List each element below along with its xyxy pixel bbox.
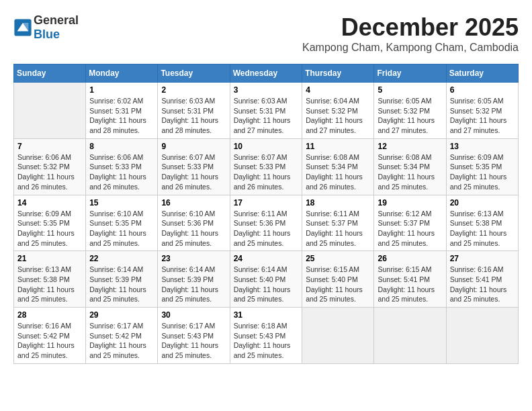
day-info: Sunrise: 6:03 AMSunset: 5:31 PMDaylight:…: [234, 96, 299, 136]
day-info: Sunrise: 6:14 AMSunset: 5:39 PMDaylight:…: [89, 265, 154, 304]
day-number: 17: [234, 198, 299, 208]
day-number: 15: [89, 198, 154, 208]
day-number: 13: [450, 142, 515, 151]
day-info: Sunrise: 6:08 AMSunset: 5:34 PMDaylight:…: [306, 152, 370, 192]
calendar-cell: 15Sunrise: 6:10 AMSunset: 5:35 PMDayligh…: [86, 195, 158, 251]
calendar-cell: 24Sunrise: 6:14 AMSunset: 5:40 PMDayligh…: [230, 251, 302, 308]
day-info: Sunrise: 6:09 AMSunset: 5:35 PMDaylight:…: [450, 152, 515, 192]
calendar-cell: [14, 83, 86, 139]
calendar-cell: 19Sunrise: 6:12 AMSunset: 5:37 PMDayligh…: [374, 195, 446, 251]
day-number: 25: [306, 254, 370, 263]
day-info: Sunrise: 6:08 AMSunset: 5:34 PMDaylight:…: [378, 152, 442, 192]
day-info: Sunrise: 6:14 AMSunset: 5:40 PMDaylight:…: [234, 265, 299, 304]
day-info: Sunrise: 6:17 AMSunset: 5:43 PMDaylight:…: [161, 321, 226, 361]
calendar-header-thursday: Thursday: [302, 64, 374, 83]
day-number: 7: [17, 142, 82, 151]
day-info: Sunrise: 6:15 AMSunset: 5:40 PMDaylight:…: [306, 265, 370, 304]
day-info: Sunrise: 6:07 AMSunset: 5:33 PMDaylight:…: [234, 152, 299, 192]
calendar-cell: 2Sunrise: 6:03 AMSunset: 5:31 PMDaylight…: [158, 83, 230, 139]
calendar-header-row: SundayMondayTuesdayWednesdayThursdayFrid…: [14, 64, 519, 83]
logo-general: General: [34, 13, 79, 27]
calendar-cell: [446, 308, 518, 364]
calendar-cell: 6Sunrise: 6:05 AMSunset: 5:32 PMDaylight…: [446, 83, 518, 139]
day-number: 16: [161, 198, 226, 208]
calendar-cell: 3Sunrise: 6:03 AMSunset: 5:31 PMDaylight…: [230, 83, 302, 139]
calendar-week-row: 14Sunrise: 6:09 AMSunset: 5:35 PMDayligh…: [14, 195, 519, 251]
calendar-cell: 11Sunrise: 6:08 AMSunset: 5:34 PMDayligh…: [302, 138, 374, 195]
calendar-header-monday: Monday: [86, 64, 158, 83]
calendar-cell: 20Sunrise: 6:13 AMSunset: 5:38 PMDayligh…: [446, 195, 518, 251]
calendar-cell: 7Sunrise: 6:06 AMSunset: 5:32 PMDaylight…: [14, 138, 86, 195]
calendar-cell: 8Sunrise: 6:06 AMSunset: 5:33 PMDaylight…: [86, 138, 158, 195]
day-info: Sunrise: 6:16 AMSunset: 5:41 PMDaylight:…: [450, 265, 515, 304]
day-number: 20: [450, 198, 515, 208]
day-number: 5: [378, 85, 442, 95]
day-info: Sunrise: 6:18 AMSunset: 5:43 PMDaylight:…: [234, 321, 299, 361]
calendar-cell: 22Sunrise: 6:14 AMSunset: 5:39 PMDayligh…: [86, 251, 158, 308]
calendar-cell: 18Sunrise: 6:11 AMSunset: 5:37 PMDayligh…: [302, 195, 374, 251]
day-info: Sunrise: 6:02 AMSunset: 5:31 PMDaylight:…: [89, 96, 154, 136]
day-number: 28: [17, 310, 82, 320]
logo-icon: [13, 18, 32, 37]
calendar-week-row: 28Sunrise: 6:16 AMSunset: 5:42 PMDayligh…: [14, 308, 519, 364]
day-info: Sunrise: 6:06 AMSunset: 5:32 PMDaylight:…: [17, 152, 82, 192]
day-info: Sunrise: 6:13 AMSunset: 5:38 PMDaylight:…: [17, 265, 82, 304]
calendar-cell: 23Sunrise: 6:14 AMSunset: 5:39 PMDayligh…: [158, 251, 230, 308]
calendar-header-friday: Friday: [374, 64, 446, 83]
day-info: Sunrise: 6:10 AMSunset: 5:35 PMDaylight:…: [89, 209, 154, 248]
calendar-cell: 29Sunrise: 6:17 AMSunset: 5:42 PMDayligh…: [86, 308, 158, 364]
day-number: 26: [378, 254, 442, 263]
calendar-cell: 17Sunrise: 6:11 AMSunset: 5:36 PMDayligh…: [230, 195, 302, 251]
day-number: 31: [234, 310, 299, 320]
subtitle: Kampong Cham, Kampong Cham, Cambodia: [302, 42, 519, 54]
calendar-cell: 16Sunrise: 6:10 AMSunset: 5:36 PMDayligh…: [158, 195, 230, 251]
calendar-cell: 21Sunrise: 6:13 AMSunset: 5:38 PMDayligh…: [14, 251, 86, 308]
day-number: 30: [161, 310, 226, 320]
day-number: 9: [161, 142, 226, 151]
calendar-cell: 4Sunrise: 6:04 AMSunset: 5:32 PMDaylight…: [302, 83, 374, 139]
day-number: 3: [234, 85, 299, 95]
day-info: Sunrise: 6:11 AMSunset: 5:37 PMDaylight:…: [306, 209, 370, 248]
day-info: Sunrise: 6:05 AMSunset: 5:32 PMDaylight:…: [450, 96, 515, 136]
calendar-cell: 28Sunrise: 6:16 AMSunset: 5:42 PMDayligh…: [14, 308, 86, 364]
day-number: 1: [89, 85, 154, 95]
day-info: Sunrise: 6:14 AMSunset: 5:39 PMDaylight:…: [161, 265, 226, 304]
calendar-cell: 10Sunrise: 6:07 AMSunset: 5:33 PMDayligh…: [230, 138, 302, 195]
day-info: Sunrise: 6:07 AMSunset: 5:33 PMDaylight:…: [161, 152, 226, 192]
day-number: 18: [306, 198, 370, 208]
calendar-cell: 13Sunrise: 6:09 AMSunset: 5:35 PMDayligh…: [446, 138, 518, 195]
calendar-header-wednesday: Wednesday: [230, 64, 302, 83]
calendar-cell: [374, 308, 446, 364]
day-info: Sunrise: 6:16 AMSunset: 5:42 PMDaylight:…: [17, 321, 82, 361]
calendar-table: SundayMondayTuesdayWednesdayThursdayFrid…: [13, 64, 519, 364]
day-info: Sunrise: 6:12 AMSunset: 5:37 PMDaylight:…: [378, 209, 442, 248]
day-number: 6: [450, 85, 515, 95]
calendar-cell: [302, 308, 374, 364]
calendar-cell: 5Sunrise: 6:05 AMSunset: 5:32 PMDaylight…: [374, 83, 446, 139]
day-info: Sunrise: 6:13 AMSunset: 5:38 PMDaylight:…: [450, 209, 515, 248]
day-number: 14: [17, 198, 82, 208]
day-number: 23: [161, 254, 226, 263]
page-header: General Blue December 2025 Kampong Cham,…: [13, 13, 519, 60]
title-block: December 2025 Kampong Cham, Kampong Cham…: [302, 13, 519, 60]
day-info: Sunrise: 6:11 AMSunset: 5:36 PMDaylight:…: [234, 209, 299, 248]
calendar-header-saturday: Saturday: [446, 64, 518, 83]
calendar-week-row: 1Sunrise: 6:02 AMSunset: 5:31 PMDaylight…: [14, 83, 519, 139]
day-info: Sunrise: 6:04 AMSunset: 5:32 PMDaylight:…: [306, 96, 370, 136]
day-number: 29: [89, 310, 154, 320]
day-info: Sunrise: 6:10 AMSunset: 5:36 PMDaylight:…: [161, 209, 226, 248]
day-info: Sunrise: 6:03 AMSunset: 5:31 PMDaylight:…: [161, 96, 226, 136]
day-number: 4: [306, 85, 370, 95]
day-info: Sunrise: 6:15 AMSunset: 5:41 PMDaylight:…: [378, 265, 442, 304]
day-number: 10: [234, 142, 299, 151]
calendar-cell: 1Sunrise: 6:02 AMSunset: 5:31 PMDaylight…: [86, 83, 158, 139]
day-number: 2: [161, 85, 226, 95]
day-info: Sunrise: 6:05 AMSunset: 5:32 PMDaylight:…: [378, 96, 442, 136]
day-number: 21: [17, 254, 82, 263]
calendar-cell: 12Sunrise: 6:08 AMSunset: 5:34 PMDayligh…: [374, 138, 446, 195]
calendar-cell: 14Sunrise: 6:09 AMSunset: 5:35 PMDayligh…: [14, 195, 86, 251]
day-number: 19: [378, 198, 442, 208]
calendar-week-row: 7Sunrise: 6:06 AMSunset: 5:32 PMDaylight…: [14, 138, 519, 195]
logo-blue: Blue: [34, 28, 60, 41]
calendar-cell: 31Sunrise: 6:18 AMSunset: 5:43 PMDayligh…: [230, 308, 302, 364]
